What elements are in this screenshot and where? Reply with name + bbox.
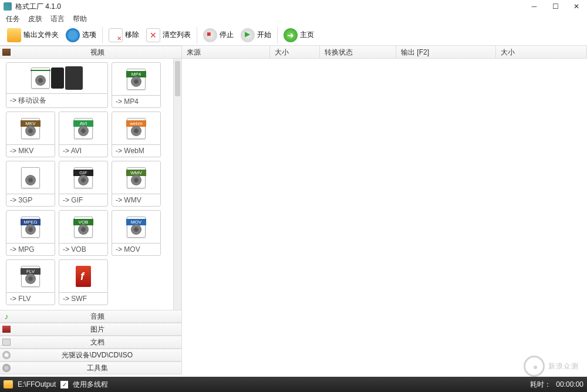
format-card-flv[interactable]: -> FLV [6,259,55,305]
category-audio-label: 音频 [13,312,181,322]
format-label-flv: -> FLV [6,292,55,305]
scrollbar-thumb[interactable] [175,61,180,96]
list-header: 来源 大小 转换状态 输出 [F2] 大小 [182,46,587,59]
minimize-button[interactable]: ─ [527,2,541,11]
format-label-avi: -> AVI [59,144,107,157]
category-disc[interactable]: 光驱设备\DVD\CD\ISO [0,349,181,361]
elapsed-value: 00:00:00 [556,380,583,388]
watermark-text: 新浪众测 [548,361,579,371]
format-label-gif: -> GIF [59,194,107,206]
format-card-mobile[interactable]: -> 移动设备 [6,62,108,108]
category-audio[interactable]: ♪ 音频 [0,310,181,323]
menu-help[interactable]: 帮助 [73,14,87,24]
clear-icon [146,28,160,42]
format-card-3gp[interactable]: -> 3GP [6,161,55,207]
multithread-label: 使用多线程 [73,380,108,390]
format-card-mov[interactable]: -> MOV [112,210,161,256]
main-area: 视频 -> 移动设备-> MP4-> MKV-> AVI-> WebM-> 3G… [0,46,587,374]
format-card-gif[interactable]: -> GIF [59,161,108,207]
close-button[interactable]: ✕ [569,2,583,11]
swf-icon [76,266,91,287]
col-source[interactable]: 来源 [182,46,270,58]
stop-icon [203,28,217,42]
start-button[interactable]: 开始 [237,27,275,43]
remove-icon [109,28,123,42]
options-label: 选项 [82,30,96,40]
format-card-swf[interactable]: -> SWF [59,259,108,305]
format-card-webm[interactable]: -> WebM [112,111,161,157]
wmv-icon [127,167,146,188]
col-output[interactable]: 输出 [F2] [396,46,496,58]
clear-list-button[interactable]: 清空列表 [143,27,194,43]
format-label-3gp: -> 3GP [6,194,55,206]
remove-label: 移除 [125,30,139,40]
category-document-label: 文档 [13,337,181,347]
format-card-avi[interactable]: -> AVI [59,111,108,157]
maximize-button[interactable]: ☐ [548,2,562,11]
options-button[interactable]: 选项 [62,27,100,43]
image-icon [2,326,11,333]
toolbar-separator [277,27,278,43]
home-button[interactable]: 主页 [280,27,318,43]
format-label-mov: -> MOV [112,243,160,255]
avi-icon [74,118,93,139]
format-label-wmv: -> WMV [112,194,160,206]
start-icon [241,28,255,42]
document-icon [2,339,11,346]
home-label: 主页 [300,30,314,40]
format-label-swf: -> SWF [59,292,107,305]
format-card-mkv[interactable]: -> MKV [6,111,55,157]
format-label-vob: -> VOB [59,243,107,255]
vob-icon [74,217,93,238]
video-icon [2,49,11,56]
stop-button[interactable]: 停止 [200,27,237,43]
category-image-label: 图片 [13,325,181,334]
format-label-webm: -> WebM [112,144,160,157]
output-path[interactable]: E:\FFOutput [18,380,56,388]
menu-bar: 任务 皮肤 语言 帮助 [0,13,587,25]
title-bar: 格式工厂 4.1.0 ─ ☐ ✕ [0,0,587,13]
folder-icon [7,28,21,42]
toolbar-separator [197,27,197,43]
mpg-icon [21,217,40,238]
output-folder-button[interactable]: 输出文件夹 [4,27,62,43]
disc-icon [2,351,11,359]
col-size[interactable]: 大小 [270,46,320,58]
mp4-icon [127,69,146,90]
menu-task[interactable]: 任务 [6,14,20,24]
category-tools[interactable]: 工具集 [0,361,181,374]
remove-button[interactable]: 移除 [105,27,143,43]
menu-skin[interactable]: 皮肤 [28,14,42,24]
col-status[interactable]: 转换状态 [320,46,396,58]
toolbar: 输出文件夹 选项 移除 清空列表 停止 开始 主页 [0,25,587,46]
format-label-mpg: -> MPG [6,243,55,255]
scrollbar[interactable] [173,59,181,310]
stop-label: 停止 [220,30,234,40]
flv-icon [21,266,40,287]
category-image[interactable]: 图片 [0,323,181,336]
list-body[interactable] [182,59,587,374]
format-card-mp4[interactable]: -> MP4 [112,62,161,108]
status-bar: E:\FFOutput ✓ 使用多线程 耗时： 00:00:00 [0,377,587,392]
watermark-icon [524,356,545,377]
task-list: 来源 大小 转换状态 输出 [F2] 大小 [182,46,587,374]
app-icon [4,2,12,11]
status-folder-icon[interactable] [4,380,13,388]
format-card-mpg[interactable]: -> MPG [6,210,55,256]
home-icon [284,28,298,42]
window-title: 格式工厂 4.1.0 [15,2,527,12]
category-video[interactable]: 视频 [0,46,181,59]
elapsed-label: 耗时： [530,380,551,390]
tools-icon [2,364,11,372]
category-document[interactable]: 文档 [0,336,181,349]
mkv-icon [21,118,40,139]
formats-grid: -> 移动设备-> MP4-> MKV-> AVI-> WebM-> 3GP->… [0,59,173,310]
start-label: 开始 [257,30,271,40]
multithread-checkbox[interactable]: ✓ [60,381,68,388]
col-size2[interactable]: 大小 [496,46,587,58]
output-folder-label: 输出文件夹 [23,30,59,40]
menu-language[interactable]: 语言 [50,14,65,24]
format-card-vob[interactable]: -> VOB [59,210,108,256]
gif-icon [74,167,93,188]
format-card-wmv[interactable]: -> WMV [112,161,161,207]
